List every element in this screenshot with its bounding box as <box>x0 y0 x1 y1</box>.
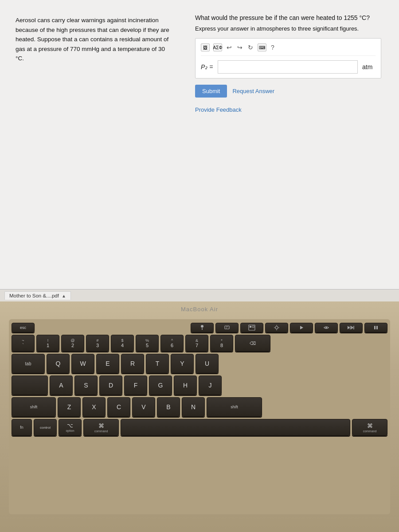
key-f2[interactable] <box>215 323 239 332</box>
key-r[interactable]: R <box>121 354 144 373</box>
math-icon[interactable]: ΑΣΦ <box>213 43 222 51</box>
macbook-label: MacBook Air <box>181 306 218 313</box>
key-q[interactable]: Q <box>47 354 70 373</box>
request-answer-link[interactable]: Request Answer <box>232 88 274 94</box>
key-f4[interactable] <box>265 323 288 332</box>
key-command-right[interactable]: ⌘ command <box>352 419 387 436</box>
svg-point-10 <box>325 327 327 329</box>
key-f6[interactable] <box>315 323 338 332</box>
bottom-bar: Mother to Son &....pdf ▲ <box>0 289 399 301</box>
left-panel: Aerosol cans carry clear warnings agains… <box>9 9 177 292</box>
key-control[interactable]: control <box>34 419 57 436</box>
key-j[interactable]: J <box>199 376 222 395</box>
key-f7[interactable] <box>340 323 363 332</box>
key-backtick[interactable]: ~` <box>12 335 35 352</box>
key-tab[interactable]: tab <box>12 354 45 373</box>
qwerty-row: tab Q W E R T Y U <box>12 354 387 373</box>
svg-rect-1 <box>225 326 229 329</box>
image-icon[interactable]: 🖼 <box>201 43 210 51</box>
key-f[interactable]: F <box>124 376 147 395</box>
answer-box: 🖼 ΑΣΦ ↩ ↪ ↻ ⌨ ? P₂ = atm <box>195 38 381 78</box>
submit-button[interactable]: Submit <box>195 85 227 98</box>
key-t[interactable]: T <box>146 354 169 373</box>
key-v[interactable]: V <box>132 397 155 417</box>
key-caps-lock[interactable] <box>12 376 48 395</box>
key-a[interactable]: A <box>50 376 73 395</box>
instruction-text: Express your answer in atmospheres to th… <box>195 25 381 32</box>
question-text: What would the pressure be if the can we… <box>195 13 381 23</box>
key-7[interactable]: &7 <box>185 335 208 352</box>
cmd-left-label: command <box>94 430 108 433</box>
key-h[interactable]: H <box>174 376 197 395</box>
answer-input[interactable] <box>218 60 358 74</box>
editor-toolbar: 🖼 ΑΣΦ ↩ ↪ ↻ ⌨ ? <box>201 43 376 56</box>
input-row: P₂ = atm <box>201 60 376 74</box>
svg-marker-11 <box>348 326 350 329</box>
svg-point-0 <box>201 325 203 328</box>
key-backspace[interactable]: ⌫ <box>235 335 270 352</box>
svg-rect-16 <box>376 326 378 329</box>
key-fn[interactable]: fn <box>12 419 32 436</box>
button-row: Submit Request Answer <box>195 85 381 98</box>
key-z[interactable]: Z <box>58 397 81 417</box>
key-f5[interactable] <box>290 323 313 332</box>
cmd-right-label: command <box>363 430 377 433</box>
svg-rect-3 <box>250 326 251 328</box>
key-u[interactable]: U <box>196 354 219 373</box>
undo-icon[interactable]: ↩ <box>226 43 233 52</box>
key-d[interactable]: D <box>99 376 122 395</box>
refresh-icon[interactable]: ↻ <box>247 43 254 52</box>
bottom-row: fn control ⌥ option ⌘ command ⌘ command <box>12 419 387 436</box>
key-g[interactable]: G <box>149 376 172 395</box>
key-1[interactable]: !1 <box>36 335 59 352</box>
num-row: ~` !1 @2 #3 $4 %5 ^6 &7 *8 ⌫ <box>12 335 387 352</box>
feedback-link[interactable]: Provide Feedback <box>195 106 242 113</box>
key-6[interactable]: ^6 <box>160 335 184 352</box>
key-2[interactable]: @2 <box>61 335 84 352</box>
key-x[interactable]: X <box>82 397 106 417</box>
fn-row: esc <box>12 323 387 332</box>
key-8[interactable]: *8 <box>210 335 233 352</box>
redo-icon[interactable]: ↪ <box>236 43 243 52</box>
zxcv-row: shift Z X C V B N shift <box>12 397 387 417</box>
key-4[interactable]: $4 <box>111 335 134 352</box>
svg-point-5 <box>275 326 278 329</box>
laptop-body: MacBook Air esc <box>0 301 399 532</box>
chevron-up-icon: ▲ <box>62 293 66 298</box>
file-name: Mother to Son &....pdf <box>9 293 59 298</box>
keyboard-icon[interactable]: ⌨ <box>258 43 266 51</box>
key-option-left[interactable]: ⌥ option <box>59 419 82 436</box>
screen: Aerosol cans carry clear warnings agains… <box>0 0 399 301</box>
key-esc[interactable]: esc <box>12 323 35 332</box>
key-e[interactable]: E <box>96 354 119 373</box>
key-5[interactable]: %5 <box>136 335 159 352</box>
file-tab[interactable]: Mother to Son &....pdf ▲ <box>4 291 71 300</box>
key-s[interactable]: S <box>74 376 98 395</box>
asdf-row: A S D F G H J <box>12 376 387 395</box>
key-w[interactable]: W <box>71 354 94 373</box>
keyboard: esc <box>9 319 390 514</box>
unit-label: atm <box>362 63 376 70</box>
help-icon[interactable]: ? <box>270 43 275 52</box>
key-3[interactable]: #3 <box>86 335 109 352</box>
svg-rect-15 <box>374 326 376 329</box>
key-b[interactable]: B <box>157 397 180 417</box>
screen-content: Aerosol cans carry clear warnings agains… <box>0 0 399 301</box>
right-panel: What would the pressure be if the can we… <box>186 9 390 292</box>
key-command-left[interactable]: ⌘ command <box>83 419 119 436</box>
svg-rect-4 <box>252 326 254 328</box>
problem-text: Aerosol cans carry clear warnings agains… <box>16 16 171 63</box>
option-left-label: option <box>66 429 74 432</box>
key-f1[interactable] <box>191 323 214 332</box>
key-space[interactable] <box>121 419 350 436</box>
key-n[interactable]: N <box>182 397 205 417</box>
input-label: P₂ = <box>201 63 213 70</box>
key-y[interactable]: Y <box>171 354 194 373</box>
key-f3[interactable] <box>240 323 263 332</box>
key-f8[interactable] <box>364 323 387 332</box>
key-shift-left[interactable]: shift <box>12 397 56 417</box>
key-c[interactable]: C <box>107 397 130 417</box>
key-shift-right[interactable]: shift <box>207 397 262 417</box>
svg-marker-13 <box>351 326 353 329</box>
